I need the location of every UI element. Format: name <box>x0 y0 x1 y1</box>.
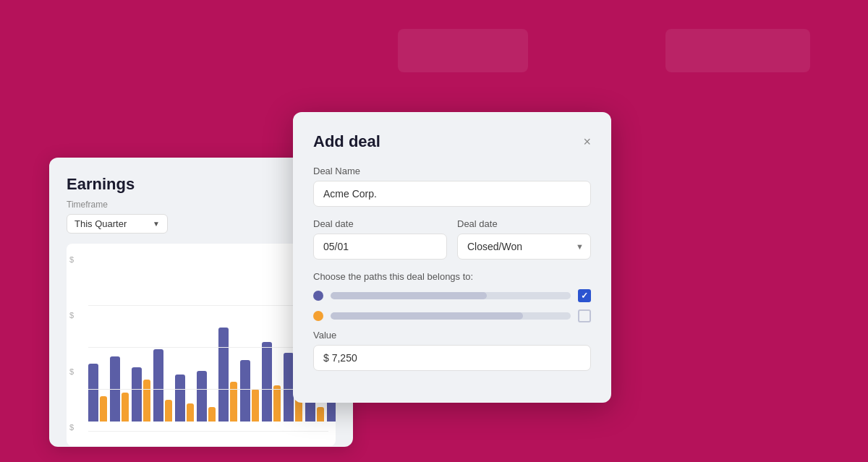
bar-orange <box>122 393 129 422</box>
path-dot-orange <box>313 311 323 321</box>
bg-card-hint-1 <box>398 29 528 72</box>
bar-orange <box>187 403 194 422</box>
deal-name-input[interactable] <box>313 181 591 207</box>
add-deal-modal: Add deal × Deal Name Deal date Deal date… <box>293 112 611 403</box>
modal-title: Add deal <box>313 132 380 151</box>
y-label: $ <box>69 367 74 376</box>
deal-date-label: Deal date <box>313 218 447 229</box>
y-axis-labels: $ $ $ $ <box>69 255 74 432</box>
path-bar-purple <box>331 292 571 299</box>
value-label: Value <box>313 330 591 341</box>
deal-status-group: Deal date Closed/Won Open Lost ▼ <box>457 218 591 260</box>
bar-purple <box>175 375 185 422</box>
bar-orange <box>143 380 150 422</box>
bar-group <box>197 371 216 422</box>
value-group: Value <box>313 330 591 371</box>
timeframe-value: This Quarter <box>75 218 127 229</box>
deal-status-select-wrapper: Closed/Won Open Lost ▼ <box>457 234 591 260</box>
deal-status-label: Deal date <box>457 218 591 229</box>
value-input[interactable] <box>313 345 591 371</box>
close-button[interactable]: × <box>583 135 591 148</box>
grid-line <box>88 431 328 432</box>
bar-orange <box>317 407 324 422</box>
value-input-wrapper <box>313 345 591 371</box>
path-checkbox-orange[interactable] <box>578 309 591 322</box>
bar-group <box>262 342 281 422</box>
bar-group <box>240 360 259 422</box>
bar-purple <box>153 349 163 422</box>
deal-status-select[interactable]: Closed/Won Open Lost <box>457 234 591 260</box>
deal-name-group: Deal Name <box>313 166 591 207</box>
deal-date-input[interactable] <box>313 234 447 260</box>
bar-purple <box>132 367 142 422</box>
bar-orange <box>273 385 281 422</box>
bar-group <box>175 375 194 422</box>
bar-group <box>153 349 172 422</box>
bar-group <box>88 364 107 422</box>
bar-orange <box>230 382 237 422</box>
bar-purple <box>240 360 250 422</box>
y-label: $ <box>69 255 74 264</box>
bar-orange <box>100 396 107 422</box>
bar-orange <box>252 389 259 422</box>
chevron-down-icon: ▼ <box>153 220 160 228</box>
bar-purple <box>262 342 272 422</box>
bar-purple <box>284 353 294 422</box>
path-dot-purple <box>313 291 323 301</box>
path-fill <box>331 312 523 320</box>
deal-name-label: Deal Name <box>313 166 591 176</box>
y-label: $ <box>69 311 74 320</box>
bar-orange <box>165 400 172 422</box>
bar-group <box>132 367 150 422</box>
timeframe-select[interactable]: This Quarter ▼ <box>67 214 168 234</box>
bar-purple <box>218 328 229 422</box>
modal-header: Add deal × <box>313 132 591 151</box>
paths-section: Choose the paths this deal belongs to: <box>313 271 591 322</box>
path-row-purple <box>313 289 591 302</box>
deal-date-group: Deal date <box>313 218 447 260</box>
path-checkbox-purple[interactable] <box>578 289 591 302</box>
path-bar-orange <box>331 312 571 320</box>
bar-purple <box>88 364 98 422</box>
y-label: $ <box>69 423 74 432</box>
path-row-orange <box>313 309 591 322</box>
paths-label: Choose the paths this deal belongs to: <box>313 271 591 282</box>
bg-card-hint-2 <box>665 29 810 72</box>
bar-group <box>218 328 237 422</box>
deal-date-row: Deal date Deal date Closed/Won Open Lost… <box>313 218 591 260</box>
bar-purple <box>197 371 207 422</box>
path-fill <box>331 292 487 299</box>
bar-orange <box>208 407 216 422</box>
